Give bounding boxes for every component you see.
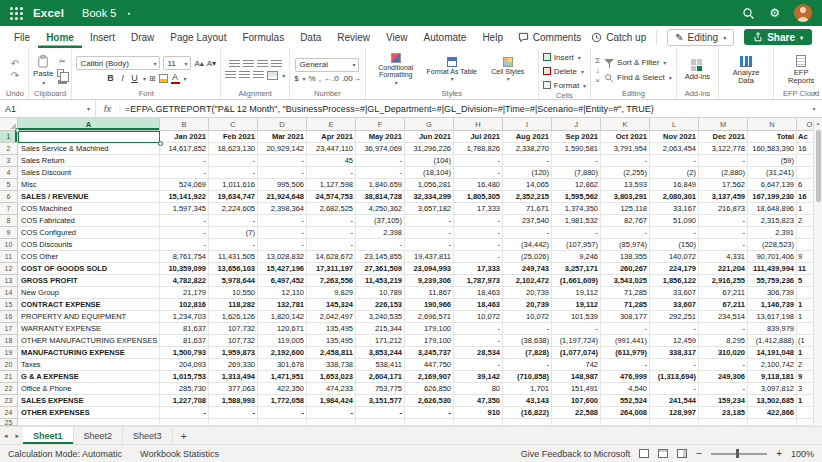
row-header-14[interactable]: 14 (0, 287, 18, 299)
cell[interactable]: 14,628,672 (307, 251, 356, 263)
cell[interactable]: (1,661,609) (552, 275, 601, 287)
cell[interactable]: - (601, 323, 650, 335)
cell[interactable]: 8,295 (699, 335, 748, 347)
cell[interactable]: 1,840,659 (356, 179, 405, 191)
cell[interactable]: (34,442) (503, 239, 552, 251)
sheet-nav-left-icon[interactable]: ◂ (0, 432, 12, 440)
cell[interactable]: 33,607 (650, 299, 699, 311)
cell[interactable]: 204,093 (160, 359, 209, 371)
cell[interactable]: - (552, 227, 601, 239)
row-header-25[interactable]: 25 (0, 419, 18, 426)
cell[interactable]: 538,411 (356, 359, 405, 371)
cell[interactable]: - (258, 239, 307, 251)
cell[interactable]: 422,350 (258, 383, 307, 395)
column-header-K[interactable]: K (601, 118, 650, 131)
cell[interactable]: 17,333 (454, 263, 503, 275)
cell[interactable]: 995,506 (258, 179, 307, 191)
cell[interactable]: 19,112 (552, 299, 601, 311)
cell[interactable]: 17,562 (699, 179, 748, 191)
cell[interactable]: - (601, 155, 650, 167)
cell[interactable]: - (307, 167, 356, 179)
cell[interactable]: 107,732 (209, 335, 258, 347)
scrollbar-thumb[interactable] (816, 130, 821, 202)
row-header-11[interactable]: 11 (0, 251, 18, 263)
cell[interactable] (160, 419, 209, 426)
cell[interactable]: 14,191,048 (748, 347, 797, 359)
cell[interactable]: 4,540 (601, 383, 650, 395)
cell[interactable]: 119,005 (258, 335, 307, 347)
cell[interactable]: (2,255) (601, 167, 650, 179)
cell[interactable]: 148,987 (552, 371, 601, 383)
scroll-up-icon[interactable]: ▴ (814, 118, 822, 128)
cell-A24[interactable]: OTHER EXPENSES (18, 407, 160, 419)
align-bottom-icon[interactable] (257, 60, 268, 69)
cell[interactable]: (1,313,694) (650, 371, 699, 383)
cell[interactable]: 20,929,142 (258, 143, 307, 155)
cell[interactable]: 47,350 (454, 395, 503, 407)
row-header-1[interactable]: 1 (0, 131, 18, 143)
cell[interactable]: 301,678 (258, 359, 307, 371)
row-header-19[interactable]: 19 (0, 347, 18, 359)
cell[interactable]: 81,637 (160, 323, 209, 335)
analyze-data-button[interactable]: Analyze Data (723, 56, 769, 85)
cell[interactable]: 447,750 (405, 359, 454, 371)
cell[interactable]: - (454, 215, 503, 227)
undo-icon[interactable]: ↶ (11, 59, 19, 69)
cell[interactable]: - (650, 383, 699, 395)
cell[interactable]: 226,153 (356, 299, 405, 311)
cell[interactable]: 269,330 (209, 359, 258, 371)
cell[interactable]: 2,315,823 (748, 215, 797, 227)
cell[interactable]: 51,090 (650, 215, 699, 227)
cell[interactable]: 81,637 (160, 335, 209, 347)
align-top-icon[interactable] (229, 60, 240, 69)
cell[interactable]: 18,463 (454, 299, 503, 311)
bold-button[interactable]: B (106, 73, 115, 83)
cell[interactable]: 3,853,244 (356, 347, 405, 359)
cell[interactable]: 2,398,364 (258, 203, 307, 215)
cell[interactable]: - (258, 167, 307, 179)
cell[interactable]: Total (748, 131, 797, 143)
vertical-scrollbar[interactable]: ▴ (813, 118, 822, 426)
font-size-select[interactable]: 11 ▾ (163, 56, 191, 70)
cell[interactable]: 159,234 (699, 395, 748, 407)
cell[interactable]: 11,431,505 (209, 251, 258, 263)
search-icon[interactable] (742, 7, 755, 20)
cell[interactable]: 742 (552, 359, 601, 371)
cell[interactable]: 3,151,577 (356, 395, 405, 407)
cell[interactable] (552, 419, 601, 426)
cell[interactable]: 39,142 (454, 371, 503, 383)
cell[interactable]: - (209, 215, 258, 227)
cell[interactable]: 21,179 (160, 287, 209, 299)
cell[interactable]: 1,471,951 (258, 371, 307, 383)
zoom-out-button[interactable]: − (696, 448, 702, 459)
row-header-23[interactable]: 23 (0, 395, 18, 407)
cell[interactable]: 13,656,103 (209, 263, 258, 275)
cell[interactable]: - (699, 383, 748, 395)
cell[interactable]: - (454, 239, 503, 251)
cell[interactable]: (18,104) (405, 167, 454, 179)
column-header-I[interactable]: I (503, 118, 552, 131)
delete-cells-button[interactable]: Delete ▾ (543, 65, 584, 77)
column-header-C[interactable]: C (209, 118, 258, 131)
cell[interactable]: (31,241) (748, 167, 797, 179)
cell[interactable]: 33,167 (650, 203, 699, 215)
cell[interactable]: 1,127,598 (307, 179, 356, 191)
conditional-formatting-button[interactable]: Conditional Formatting ▾ (370, 53, 422, 88)
row-header-7[interactable]: 7 (0, 203, 18, 215)
cell[interactable]: 264,008 (601, 407, 650, 419)
cell[interactable]: 221,204 (699, 263, 748, 275)
cell[interactable]: - (503, 323, 552, 335)
cell[interactable] (699, 419, 748, 426)
cell[interactable]: 13,502,685 (748, 395, 797, 407)
row-header-12[interactable]: 12 (0, 263, 18, 275)
cell[interactable]: 13,617,198 (748, 311, 797, 323)
cell[interactable] (356, 419, 405, 426)
cell[interactable]: 1,015,753 (160, 371, 209, 383)
cell[interactable]: - (160, 215, 209, 227)
cell[interactable]: - (356, 407, 405, 419)
cell[interactable]: 216,873 (699, 203, 748, 215)
fx-icon[interactable]: fx (96, 103, 120, 114)
cell[interactable]: (1,197,724) (552, 335, 601, 347)
cell[interactable]: Feb 2021 (209, 131, 258, 143)
cell[interactable]: 17,333 (454, 203, 503, 215)
